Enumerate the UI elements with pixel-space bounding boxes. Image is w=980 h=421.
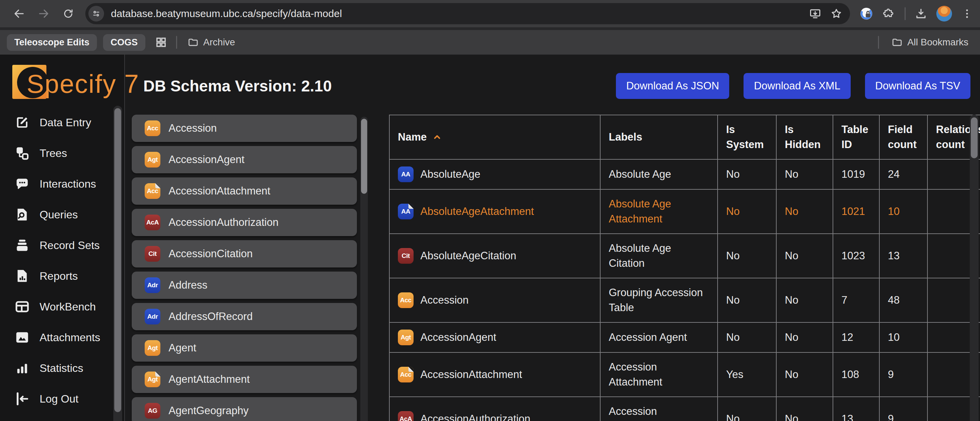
profile-avatar[interactable]: [936, 6, 952, 22]
cell-table-id: 1023: [833, 234, 879, 278]
trees-icon: [14, 145, 30, 161]
cell-table-id: 13: [833, 397, 879, 421]
table-name-link[interactable]: AccessionAuthorization: [420, 411, 530, 421]
column-header-table-id[interactable]: Table ID: [833, 115, 879, 159]
table-name-link[interactable]: AbsoluteAge: [420, 167, 480, 182]
column-header-is-hidden[interactable]: Is Hidden: [776, 115, 833, 159]
sidebar-item-reports[interactable]: Reports: [0, 261, 124, 291]
cell-field-count: 10: [879, 323, 928, 353]
table-row-accessionagent[interactable]: Agt AccessionAgent Accession Agent No No…: [389, 323, 980, 353]
save-share-icon[interactable]: [809, 8, 821, 20]
table-badge-icon: Acc: [398, 292, 414, 308]
cell-is-hidden: No: [776, 323, 833, 353]
sidebar-item-log-out[interactable]: Log Out: [0, 383, 124, 414]
table-badge-icon: Agt: [145, 340, 161, 356]
schema-list-item-agentattachment[interactable]: Agt AgentAttachment: [132, 366, 357, 393]
sidebar-scrollbar[interactable]: [113, 106, 122, 421]
table-row-accessionauthorization[interactable]: AcA AccessionAuthorization Accession Aut…: [389, 397, 980, 421]
interactions-icon: [14, 176, 30, 192]
forward-button[interactable]: [36, 6, 51, 21]
download-as-tsv-button[interactable]: Download As TSV: [865, 73, 970, 99]
table-scrollbar-thumb[interactable]: [971, 118, 978, 158]
back-button[interactable]: [11, 6, 27, 21]
cell-labels: Grouping Accession Table: [600, 278, 718, 323]
table-scrollbar[interactable]: [970, 114, 978, 421]
schema-list-item-accessionagent[interactable]: Agt AccessionAgent: [132, 146, 357, 173]
cell-table-id: 1019: [833, 159, 879, 189]
specify-logo-text: Specify 7: [27, 69, 140, 98]
sidebar-item-queries[interactable]: Queries: [0, 199, 124, 230]
schema-list-item-accessioncitation[interactable]: Cit AccessionCitation: [132, 240, 357, 267]
reports-icon: [14, 268, 30, 284]
table-row-absoluteagecitation[interactable]: Cit AbsoluteAgeCitation Absolute Age Cit…: [389, 234, 980, 278]
bookmark-folder-archive[interactable]: Archive: [187, 37, 235, 48]
schema-list-item-accessionattachment[interactable]: Acc AccessionAttachment: [132, 177, 357, 205]
sidebar-item-data-entry[interactable]: Data Entry: [0, 107, 124, 138]
column-header-name[interactable]: Name: [389, 115, 600, 159]
sidebar-scrollbar-thumb[interactable]: [114, 108, 121, 412]
schema-list-scrollbar-thumb[interactable]: [361, 119, 367, 194]
download-as-xml-button[interactable]: Download As XML: [743, 73, 850, 99]
schema-list-item-addressofrecord[interactable]: Adr AddressOfRecord: [132, 303, 357, 330]
table-name-link[interactable]: AbsoluteAgeCitation: [420, 248, 516, 264]
sidebar-item-trees[interactable]: Trees: [0, 138, 124, 168]
table-name-link[interactable]: AccessionAttachment: [420, 367, 522, 382]
cell-field-count: 9: [879, 397, 928, 421]
site-settings-button[interactable]: [88, 6, 104, 22]
table-badge-icon: Agt: [398, 330, 414, 345]
table-name-link[interactable]: AbsoluteAgeAttachment: [420, 204, 534, 219]
workbench-icon: [14, 299, 30, 315]
address-bar[interactable]: database.beatymuseum.ubc.ca/specify/data…: [85, 3, 850, 24]
schema-list-item-accessionauthorization[interactable]: AcA AccessionAuthorization: [132, 209, 357, 236]
cell-table-id: 1021: [833, 189, 879, 234]
cell-is-system: No: [718, 278, 776, 323]
all-bookmarks-button[interactable]: All Bookmarks: [891, 37, 969, 48]
specify-logo[interactable]: Specify 7: [12, 65, 115, 100]
bookmark-pill-cogs[interactable]: COGS: [103, 34, 145, 51]
folder-icon: [187, 37, 199, 48]
cell-field-count: 24: [879, 159, 928, 189]
browser-menu-icon[interactable]: [961, 8, 973, 20]
table-badge-icon: Agt: [145, 372, 161, 387]
downloads-icon[interactable]: [915, 7, 928, 20]
schema-list-item-address[interactable]: Adr Address: [132, 272, 357, 299]
schema-list-scrollbar[interactable]: [360, 117, 368, 421]
bookmark-pill-teleoscope-edits[interactable]: Teleoscope Edits: [7, 34, 97, 51]
download-as-json-button[interactable]: Download As JSON: [616, 73, 729, 99]
all-bookmarks-label: All Bookmarks: [907, 37, 969, 48]
column-header-labels[interactable]: Labels: [600, 115, 718, 159]
schema-list-item-agentgeography[interactable]: AG AgentGeography: [132, 397, 357, 421]
table-row-accessionattachment[interactable]: Acc AccessionAttachment Accession Attach…: [389, 353, 980, 397]
bookmarks-bar: Teleoscope EditsCOGS Archive All Bookmar…: [0, 30, 980, 55]
table-badge-icon: Adr: [145, 309, 161, 324]
schema-list-item-accession[interactable]: Acc Accession: [132, 114, 357, 142]
data-entry-icon: [14, 114, 30, 130]
cell-labels: Absolute Age Citation: [600, 234, 718, 278]
url-text[interactable]: database.beatymuseum.ubc.ca/specify/data…: [111, 8, 800, 19]
cell-field-count: 13: [879, 234, 928, 278]
table-row-absoluteageattachment[interactable]: AA AbsoluteAgeAttachment Absolute Age At…: [389, 189, 980, 234]
schema-list-item-agent[interactable]: Agt Agent: [132, 334, 357, 362]
sidebar-item-statistics[interactable]: Statistics: [0, 353, 124, 383]
tab-groups-grid-icon[interactable]: [155, 36, 167, 48]
table-badge-icon: AA: [398, 204, 414, 219]
column-header-field-count[interactable]: Field count: [879, 115, 928, 159]
table-badge-icon: Cit: [145, 246, 161, 262]
table-row-accession[interactable]: Acc Accession Grouping Accession Table N…: [389, 278, 980, 323]
password-extension-icon[interactable]: [859, 6, 874, 21]
extensions-puzzle-icon[interactable]: [883, 7, 896, 20]
table-badge-icon: Acc: [145, 121, 161, 136]
sidebar-item-workbench[interactable]: WorkBench: [0, 291, 124, 322]
table-name-link[interactable]: Accession: [420, 293, 468, 308]
sidebar-item-attachments[interactable]: Attachments: [0, 322, 124, 353]
cell-labels: Absolute Age Attachment: [600, 189, 718, 234]
bookmark-star-icon[interactable]: [830, 8, 843, 20]
column-header-is-system[interactable]: Is System: [718, 115, 776, 159]
table-name-link[interactable]: AccessionAgent: [420, 330, 496, 345]
cell-is-hidden: No: [776, 353, 833, 397]
sidebar-item-interactions[interactable]: Interactions: [0, 168, 124, 199]
sidebar-item-record-sets[interactable]: Record Sets: [0, 230, 124, 261]
statistics-icon: [14, 360, 30, 376]
table-row-absoluteage[interactable]: AA AbsoluteAge Absolute Age No No 1019 2…: [389, 159, 980, 189]
reload-button[interactable]: [61, 6, 76, 21]
